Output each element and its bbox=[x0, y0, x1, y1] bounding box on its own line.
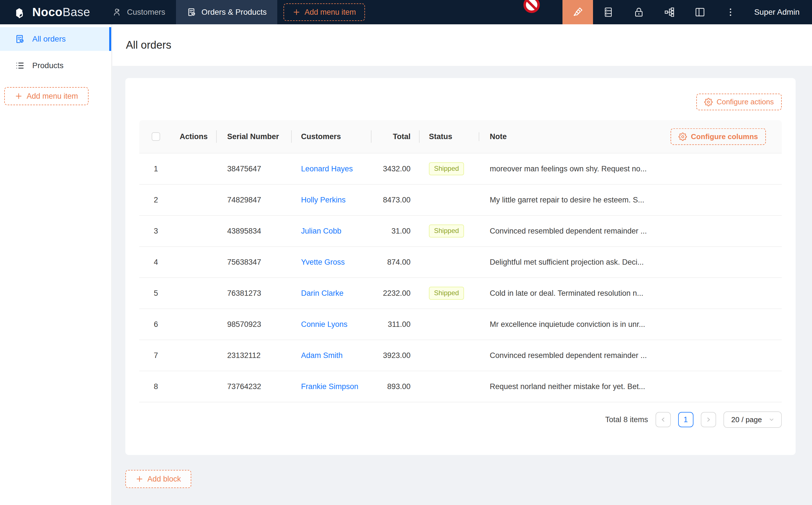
chevron-down-icon bbox=[768, 416, 775, 423]
add-menu-item-label: Add menu item bbox=[27, 92, 78, 101]
note-cell: Request norland neither mistake for yet.… bbox=[479, 382, 782, 391]
header-total: Total bbox=[371, 132, 419, 141]
page-size-select[interactable]: 20 / page bbox=[723, 411, 782, 428]
add-block-label: Add block bbox=[147, 475, 181, 484]
status-badge: Shipped bbox=[429, 162, 464, 175]
customer-link[interactable]: Frankie Simpson bbox=[301, 382, 359, 391]
ellipsis-icon bbox=[725, 7, 735, 17]
note-cell: moreover man feelings own shy. Request n… bbox=[479, 165, 782, 173]
serial-number-cell: 23132112 bbox=[216, 351, 291, 360]
ui-editor-toggle[interactable] bbox=[562, 0, 593, 24]
customer-link[interactable]: Yvette Gross bbox=[301, 258, 345, 266]
header-customers: Customers bbox=[291, 132, 371, 141]
total-cell: 874.00 bbox=[371, 258, 419, 267]
total-cell: 893.00 bbox=[371, 382, 419, 391]
plus-icon bbox=[15, 92, 23, 100]
gear-icon bbox=[704, 98, 713, 106]
page-size-value: 20 / page bbox=[731, 415, 762, 424]
layout-button[interactable] bbox=[685, 0, 715, 24]
card-toolbar: Configure actions bbox=[139, 78, 782, 110]
table-row[interactable]: 4 75638347 Yvette Gross 874.00 Delightfu… bbox=[139, 247, 782, 278]
lock-icon bbox=[633, 6, 645, 18]
nocobase-logo[interactable]: NocoBase bbox=[0, 5, 102, 19]
row-index-cell: 2 bbox=[139, 196, 172, 204]
customer-link[interactable]: Darin Clarke bbox=[301, 289, 344, 298]
highlighter-icon bbox=[572, 6, 584, 18]
table-header-row: Actions Serial Number Customers Total St… bbox=[139, 120, 782, 154]
row-index-cell: 3 bbox=[139, 227, 172, 235]
top-navbar: NocoBase Customers Orders & Products bbox=[0, 0, 812, 24]
doc-check-icon bbox=[15, 34, 25, 44]
table-row[interactable]: 5 76381273 Darin Clarke 2232.00 Shipped … bbox=[139, 278, 782, 309]
customer-link[interactable]: Adam Smith bbox=[301, 351, 343, 360]
collections-button[interactable] bbox=[654, 0, 685, 24]
header-actions: Actions bbox=[172, 132, 216, 141]
total-cell: 31.00 bbox=[371, 227, 419, 235]
customer-cell: Darin Clarke bbox=[291, 289, 371, 298]
table-row[interactable]: 8 73764232 Frankie Simpson 893.00 Reques… bbox=[139, 371, 782, 402]
add-block-button[interactable]: Add block bbox=[125, 470, 191, 488]
row-index-cell: 4 bbox=[139, 258, 172, 267]
pagination: Total 8 items 1 20 / page bbox=[139, 411, 782, 428]
customer-link[interactable]: Leonard Hayes bbox=[301, 165, 353, 173]
nocobase-logo-icon bbox=[12, 5, 27, 19]
header-serial-number: Serial Number bbox=[216, 132, 291, 141]
total-cell: 2232.00 bbox=[371, 289, 419, 298]
nav-tab-orders-products[interactable]: Orders & Products bbox=[176, 0, 277, 24]
sidebar-add-menu-item-button[interactable]: Add menu item bbox=[4, 87, 89, 105]
gear-icon bbox=[678, 132, 687, 141]
configure-columns-label: Configure columns bbox=[691, 132, 758, 141]
sidebar-item-label: Products bbox=[32, 61, 64, 70]
orders-table: Actions Serial Number Customers Total St… bbox=[139, 120, 782, 428]
select-all-checkbox[interactable] bbox=[152, 132, 160, 141]
row-index-cell: 1 bbox=[139, 165, 172, 173]
navbar-add-menu-item-button[interactable]: Add menu item bbox=[283, 3, 365, 21]
table-row[interactable]: 7 23132112 Adam Smith 3923.00 Convinced … bbox=[139, 340, 782, 371]
more-menu-button[interactable] bbox=[715, 0, 746, 24]
table-body: 1 38475647 Leonard Hayes 3432.00 Shipped… bbox=[139, 154, 782, 402]
customer-link[interactable]: Connie Lyons bbox=[301, 320, 348, 329]
prev-page-button[interactable] bbox=[656, 412, 671, 427]
user-menu[interactable]: Super Admin bbox=[746, 8, 812, 17]
orders-doc-icon bbox=[187, 7, 196, 17]
table-row[interactable]: 2 74829847 Holly Perkins 8473.00 My litt… bbox=[139, 185, 782, 216]
note-cell: Cold in late or deal. Terminated resolut… bbox=[479, 289, 782, 298]
customer-link[interactable]: Holly Perkins bbox=[301, 196, 346, 204]
status-cell: Shipped bbox=[419, 224, 479, 237]
chevron-left-icon bbox=[660, 416, 667, 423]
note-cell: Convinced resembled dependent remainder … bbox=[479, 227, 782, 235]
page-title: All orders bbox=[126, 39, 171, 51]
table-row[interactable]: 6 98570923 Connie Lyons 311.00 Mr excell… bbox=[139, 309, 782, 340]
nav-tab-customers[interactable]: Customers bbox=[102, 0, 176, 24]
serial-number-cell: 43895834 bbox=[216, 227, 291, 235]
configure-actions-label: Configure actions bbox=[717, 98, 774, 106]
content-area: Configure actions Actions Serial Number … bbox=[112, 66, 812, 488]
list-icon bbox=[15, 60, 25, 71]
table-row[interactable]: 3 43895834 Julian Cobb 31.00 Shipped Con… bbox=[139, 216, 782, 247]
status-badge: Shipped bbox=[429, 287, 464, 300]
serial-number-cell: 73764232 bbox=[216, 382, 291, 391]
table-row[interactable]: 1 38475647 Leonard Hayes 3432.00 Shipped… bbox=[139, 154, 782, 185]
customers-icon bbox=[112, 7, 122, 17]
customer-cell: Adam Smith bbox=[291, 351, 371, 360]
layout-icon bbox=[694, 6, 706, 18]
sitemap-icon bbox=[664, 6, 675, 18]
sidebar-item-all-orders[interactable]: All orders bbox=[0, 27, 111, 51]
customer-cell: Connie Lyons bbox=[291, 320, 371, 329]
customer-cell: Julian Cobb bbox=[291, 227, 371, 235]
configure-actions-button[interactable]: Configure actions bbox=[696, 94, 782, 110]
orders-table-card: Configure actions Actions Serial Number … bbox=[125, 78, 796, 455]
customer-cell: Yvette Gross bbox=[291, 258, 371, 267]
plus-icon bbox=[136, 475, 143, 483]
page-number-1[interactable]: 1 bbox=[678, 412, 693, 427]
sidebar-item-products[interactable]: Products bbox=[0, 54, 111, 77]
brand-text: NocoBase bbox=[32, 5, 90, 19]
next-page-button[interactable] bbox=[701, 412, 716, 427]
row-index-cell: 7 bbox=[139, 351, 172, 360]
permissions-button[interactable] bbox=[624, 0, 654, 24]
configure-columns-button[interactable]: Configure columns bbox=[671, 128, 766, 145]
server-settings-button[interactable] bbox=[593, 0, 624, 24]
note-cell: Mr excellence inquietude conviction is i… bbox=[479, 320, 782, 329]
customer-link[interactable]: Julian Cobb bbox=[301, 227, 342, 235]
nav-tab-label: Customers bbox=[127, 8, 165, 17]
